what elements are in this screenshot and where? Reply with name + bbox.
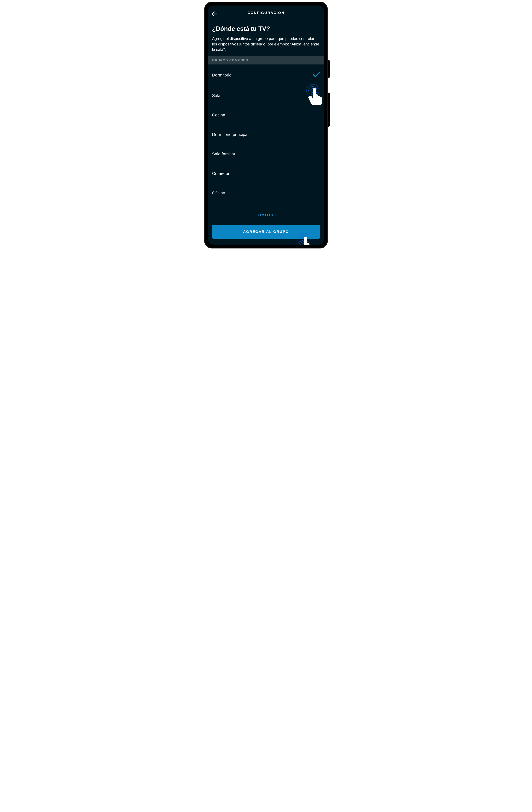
header-bar: CONFIGURACIÓN: [208, 5, 324, 19]
list-item-comedor[interactable]: Comedor: [208, 164, 324, 183]
page-title: ¿Dónde está tu TV?: [212, 25, 320, 32]
list-item-label: Oficina: [212, 190, 225, 195]
question-block: ¿Dónde está tu TV? Agrega el dispositivo…: [208, 19, 324, 56]
list-item-label: Sala familiar: [212, 151, 235, 157]
list-item-sala-familiar[interactable]: Sala familiar: [208, 144, 324, 164]
app-screen: CONFIGURACIÓN ¿Dónde está tu TV? Agrega …: [208, 5, 324, 245]
list-item-oficina[interactable]: Oficina: [208, 183, 324, 203]
list-item-label: Cocina: [212, 113, 225, 118]
list-item-dormitorio-principal[interactable]: Dormitorio principal: [208, 125, 324, 144]
phone-frame: CONFIGURACIÓN ¿Dónde está tu TV? Agrega …: [204, 2, 328, 248]
add-to-group-button[interactable]: AGREGAR AL GRUPO: [212, 225, 320, 239]
main-content: ¿Dónde está tu TV? Agrega el dispositivo…: [208, 19, 324, 209]
group-list: Dormitorio Sala Cocina Dormitorio princi…: [208, 64, 324, 209]
list-item-label: Sala: [212, 93, 221, 98]
list-item-label: Comedor: [212, 171, 229, 176]
back-icon[interactable]: [211, 10, 218, 18]
list-item-label: Dormitorio: [212, 73, 232, 78]
skip-button[interactable]: OMITIR: [258, 213, 274, 217]
list-item-label: Dormitorio principal: [212, 132, 249, 137]
list-item-cocina[interactable]: Cocina: [208, 105, 324, 125]
page-description: Agrega el dispositivo a un grupo para qu…: [212, 36, 320, 52]
list-item-dormitorio[interactable]: Dormitorio: [208, 64, 324, 86]
check-icon: [313, 72, 320, 78]
footer: OMITIR AGREGAR AL GRUPO: [208, 209, 324, 245]
list-item-sala[interactable]: Sala: [208, 86, 324, 105]
header-title: CONFIGURACIÓN: [248, 11, 284, 15]
section-header: GRUPOS COMUNES: [208, 56, 324, 64]
